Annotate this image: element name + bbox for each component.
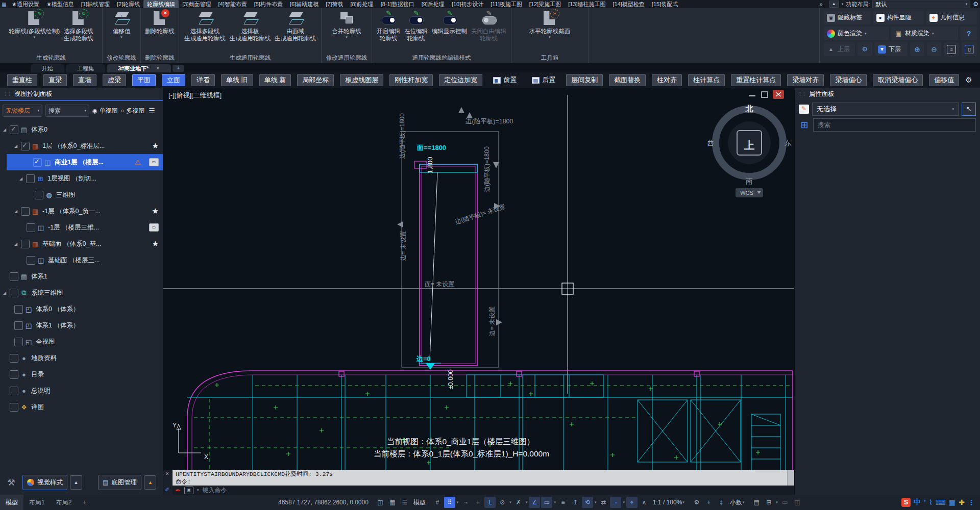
delete-outline-button[interactable]: ✕ 删除轮廓线 (143, 10, 176, 54)
checkbox[interactable] (10, 403, 18, 412)
checkbox[interactable] (21, 240, 30, 248)
checkbox[interactable] (10, 289, 18, 297)
checkbox[interactable] (10, 387, 18, 395)
viewport-window-buttons[interactable] (749, 90, 784, 99)
hidden-panel-icon[interactable]: ▭ (779, 497, 791, 508)
menu-loads[interactable]: [7]荷载 (322, 0, 347, 9)
chevron-down-icon[interactable]: ▾ (595, 500, 597, 504)
beam-wall-align-button[interactable]: 梁墙对齐 (787, 74, 824, 86)
multi-view-radio[interactable]: ○ 多视图 (121, 107, 145, 115)
tree-item-foundation-3d[interactable]: ◫ 基础面 （楼层三... (0, 252, 163, 268)
workspace-gear-icon[interactable]: ⚙ (973, 1, 978, 8)
checkbox[interactable] (35, 191, 43, 199)
menu-smart-layout[interactable]: [4]智能布置 (214, 0, 250, 9)
selection-filter-select[interactable]: 无选择 ▾ (812, 103, 959, 116)
zoom-in-button[interactable]: ⊕ (910, 42, 924, 56)
checkbox[interactable] (14, 305, 23, 314)
property-search-input[interactable] (813, 118, 976, 132)
snap-mode-icon[interactable]: + (472, 497, 483, 508)
checkbox[interactable] (33, 158, 42, 167)
section-replace-button[interactable]: 截面替换 (609, 74, 646, 86)
ortho-mode-icon[interactable]: L (484, 497, 496, 508)
single-view-radio[interactable]: ◉ 单视图 (92, 107, 118, 115)
drawing-viewport[interactable]: 边(随平板)=1800 边(随平板)=1800 面==1800 1,800 边(… (163, 88, 794, 470)
pick-polyline-outline-button[interactable]: ↻ 选择多段线 生成轮廓线 (62, 10, 95, 54)
hide-tag-button[interactable]: ◉ 隐藏标签 (824, 11, 871, 24)
command-input[interactable]: ✒ ▣ ▾ 键入命令 (173, 486, 794, 495)
tree-item-commercial-floor1[interactable]: ◢ ◫ 商业1层 （楼层... ⚠ ▭ (0, 154, 163, 170)
checkbox[interactable] (10, 272, 18, 281)
checkbox[interactable] (10, 125, 18, 134)
straight-beam-button[interactable]: 直梁 (43, 74, 67, 86)
tree-item-system0[interactable]: ◢ ▤ 体系0 (0, 121, 163, 138)
menu-prefab[interactable]: [15]装配式 (648, 0, 681, 9)
inter-story-copy-button[interactable]: 层间复制 (566, 74, 603, 86)
region-general-outline-button[interactable]: 由面域 生成通用轮廓线 (273, 10, 317, 54)
single-line-old-button[interactable]: 单线 旧 (221, 74, 253, 86)
toolbar-gear-icon[interactable]: ⚙ (965, 75, 972, 85)
tree-item-system-3d-views[interactable]: ◢ ⧉ 系统三维图 (0, 285, 163, 301)
settings-gear-icon[interactable]: ⚙ (691, 497, 702, 508)
pick-slab-general-outline-button[interactable]: 选择板 生成通用轮廓线 (228, 10, 273, 54)
annotation-person-icon[interactable]: ☰ (399, 497, 410, 508)
checkbox[interactable] (14, 321, 23, 330)
ime-keyboard-icon[interactable]: ⌨ (936, 498, 946, 506)
color-render-button[interactable]: 颜色渲染 ▾ (824, 27, 889, 40)
display-list-button[interactable]: ≡ (944, 42, 959, 56)
tree-item-floor1-view[interactable]: ◢ ⊞ 1层视图 （剖切... (0, 170, 163, 187)
collapse-ribbon-button[interactable]: ▲ (829, 1, 839, 8)
base-map-button[interactable]: ▤ 底图管理 (98, 475, 141, 490)
chevron-down-icon[interactable]: ▾ (682, 500, 684, 504)
tree-menu-icon[interactable]: ☰ (149, 107, 155, 115)
send-back-button[interactable]: 后置 (527, 74, 560, 86)
chevron-down-icon[interactable]: ▾ (457, 500, 459, 504)
zoom-out-button[interactable]: ⊖ (927, 42, 941, 56)
tab-current-drawing[interactable]: 3#商业地下* ✕ (107, 64, 171, 72)
lower-layer-button[interactable]: ▼ 下层 (875, 42, 908, 56)
clean-screen-icon[interactable]: ⊞ (763, 497, 774, 508)
compass-north[interactable]: 北 (745, 104, 754, 113)
menu-postprocess[interactable]: [9]后处理 (418, 0, 448, 9)
layout-tab-layout2[interactable]: 布局2 (51, 495, 78, 510)
checkbox[interactable] (26, 174, 35, 183)
offset-value-button[interactable]: ↕ 偏移值 ▾ (111, 10, 132, 54)
command-history[interactable]: HPENTITYSTAIRBOUNDARYDBCLICKCMD花费时间: 3.2… (173, 470, 794, 486)
select-objects-button[interactable]: ↖ (962, 103, 976, 116)
monitor-icon[interactable]: ▭ (149, 223, 159, 232)
close-command-icon[interactable]: ✕ (165, 471, 169, 476)
sogou-logo-icon[interactable]: S (901, 498, 911, 507)
tree-item-system1[interactable]: ◢ ▤ 体系1 (0, 268, 163, 285)
menu-axis-management[interactable]: [1]轴线管理 (78, 0, 113, 9)
ime-toolbox-icon[interactable]: ✚ (959, 498, 965, 506)
wcs-badge[interactable]: WCS (736, 188, 763, 197)
open-edit-outline-button[interactable]: ✎ 开启编辑 轮廓线 (375, 10, 402, 54)
detail-view-button[interactable]: 详看 (191, 74, 215, 86)
chevron-down-icon[interactable]: ▾ (623, 500, 625, 504)
command-history-icon[interactable]: ▤ (751, 497, 762, 508)
single-line-new-button[interactable]: 单线 新 (259, 74, 291, 86)
menu-aux-modeling[interactable]: [6]辅助建模 (286, 0, 322, 9)
compass-east[interactable]: 东 (785, 139, 792, 147)
inplace-edit-outline-button[interactable]: ✎ 在位编辑 轮廓线 (403, 10, 429, 54)
edit-pen-icon[interactable]: ✐ (165, 487, 169, 493)
slab-dashed-layer-button[interactable]: 板虚线图层 (340, 74, 383, 86)
hidden-panel2-icon[interactable]: ◫ (792, 497, 803, 508)
help-button[interactable]: ? (961, 27, 977, 40)
pick-polyline-general-outline-button[interactable]: 选择多段线 生成通用轮廓线 (183, 10, 227, 54)
compass-west[interactable]: 西 (707, 139, 714, 147)
rigid-bar-widen-button[interactable]: 刚性杆加宽 (389, 74, 433, 86)
polar-tracking-icon[interactable]: ⊘ (497, 497, 508, 508)
model-display-icon[interactable]: ▦ (387, 497, 398, 508)
plan-view-button[interactable]: 平面 (132, 74, 156, 86)
tree-item-full-view[interactable]: ◱ 全视图 (0, 334, 163, 350)
menu-wall-column-drawings[interactable]: [13]墙柱施工图 (565, 0, 609, 9)
checkbox[interactable] (10, 370, 18, 379)
checkbox[interactable] (21, 142, 30, 150)
compass-south[interactable]: 南 (746, 177, 753, 185)
tab-start[interactable]: 开始 (31, 64, 64, 72)
annotation-scale-icon[interactable]: ▫ (610, 497, 621, 508)
expander-icon[interactable]: ◢ (3, 291, 10, 295)
locating-edge-widen-button[interactable]: 定位边加宽 (439, 74, 482, 86)
checkbox[interactable] (21, 207, 30, 216)
new-tab-button[interactable]: + (173, 65, 184, 72)
